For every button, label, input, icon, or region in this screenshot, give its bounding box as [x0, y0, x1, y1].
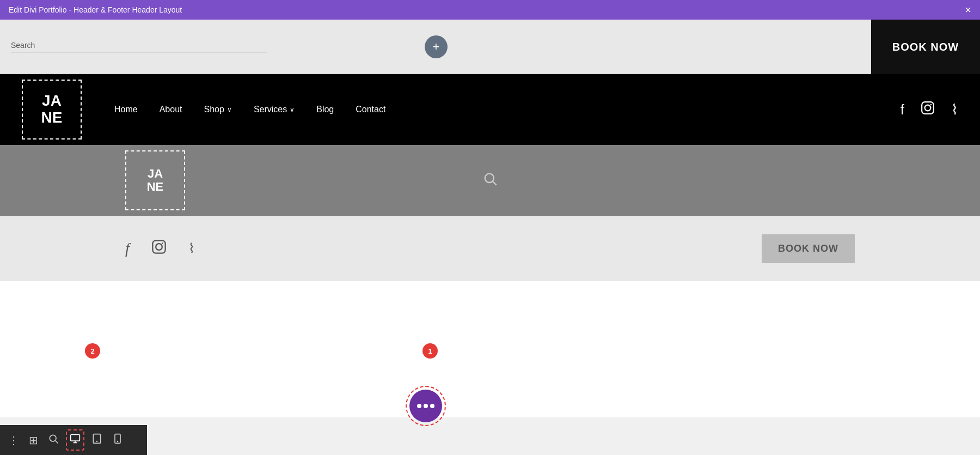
- social-icons: f ⌇: [901, 101, 958, 119]
- close-button[interactable]: ×: [965, 4, 971, 16]
- book-now-button-2[interactable]: BOOK NOW: [762, 234, 855, 263]
- title-bar: Edit Divi Portfolio - Header & Footer He…: [0, 0, 980, 20]
- svg-line-9: [56, 441, 58, 444]
- svg-point-3: [485, 173, 494, 182]
- toolbar-desktop-icon[interactable]: [66, 429, 84, 451]
- deviantart-icon[interactable]: ⌇: [951, 101, 958, 118]
- purple-options-button[interactable]: [409, 390, 442, 422]
- instagram-icon[interactable]: [921, 101, 935, 119]
- svg-line-4: [493, 181, 496, 185]
- bottom-bar: f ⌇ BOOK NOW: [0, 216, 980, 281]
- svg-point-2: [930, 104, 932, 105]
- toolbar-tablet-icon[interactable]: [89, 430, 105, 450]
- nav-shop[interactable]: Shop ∨: [204, 105, 232, 114]
- secondary-logo-box: JANE: [125, 150, 185, 210]
- svg-point-6: [156, 244, 162, 250]
- facebook-icon[interactable]: f: [901, 101, 904, 118]
- nav-about[interactable]: About: [160, 105, 182, 114]
- svg-point-7: [162, 242, 163, 244]
- secondary-social-icons: f ⌇: [125, 239, 195, 258]
- nav-bar: JANE Home About Shop ∨ Services ∨ Blog C…: [0, 74, 980, 145]
- bottom-toolbar: ⋮ ⊞: [0, 425, 147, 455]
- search-label: Search: [11, 41, 267, 50]
- nav-blog[interactable]: Blog: [316, 105, 334, 114]
- svg-rect-10: [71, 435, 80, 441]
- toolbar-mobile-icon[interactable]: [109, 430, 126, 450]
- nav-contact[interactable]: Contact: [356, 105, 385, 114]
- instagram-icon-2[interactable]: [151, 239, 167, 258]
- dot-1: [417, 404, 421, 408]
- svg-point-8: [50, 435, 56, 441]
- top-toolbar: Search + BOOK NOW: [0, 20, 980, 74]
- deviantart-icon-2[interactable]: ⌇: [188, 241, 195, 256]
- add-button[interactable]: +: [425, 35, 448, 58]
- toolbar-search-icon[interactable]: [45, 430, 62, 450]
- toolbar-grid-icon[interactable]: ⊞: [26, 431, 41, 450]
- logo-text: JANE: [41, 93, 63, 126]
- dot-2: [424, 404, 428, 408]
- search-underline: [11, 52, 267, 52]
- plus-icon: +: [433, 40, 440, 54]
- nav-home[interactable]: Home: [114, 105, 138, 114]
- secondary-header: JANE: [0, 145, 980, 216]
- shop-chevron: ∨: [227, 106, 232, 113]
- secondary-search-icon[interactable]: [482, 171, 498, 190]
- dot-3: [430, 404, 434, 408]
- svg-rect-0: [922, 102, 934, 114]
- svg-rect-5: [152, 240, 165, 253]
- services-chevron: ∨: [290, 106, 295, 113]
- badge-2: 2: [85, 343, 100, 359]
- toolbar-menu-icon[interactable]: ⋮: [5, 431, 22, 450]
- badge-1: 1: [422, 343, 438, 359]
- book-now-button[interactable]: BOOK NOW: [871, 20, 980, 74]
- white-space: [0, 281, 980, 417]
- secondary-logo-text: JANE: [147, 167, 164, 193]
- nav-services[interactable]: Services ∨: [254, 105, 295, 114]
- search-container: Search: [11, 41, 267, 52]
- logo-box: JANE: [22, 80, 82, 139]
- title-text: Edit Divi Portfolio - Header & Footer He…: [9, 5, 182, 14]
- svg-point-1: [925, 105, 931, 111]
- facebook-icon-2[interactable]: f: [125, 240, 130, 257]
- nav-links: Home About Shop ∨ Services ∨ Blog Contac…: [114, 105, 901, 114]
